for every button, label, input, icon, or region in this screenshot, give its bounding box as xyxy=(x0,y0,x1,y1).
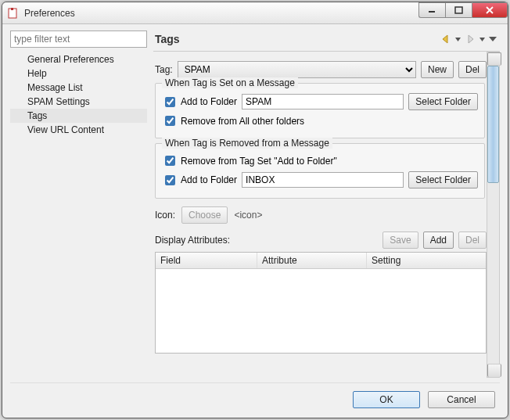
back-button[interactable] xyxy=(439,32,453,46)
scroll-track[interactable] xyxy=(487,183,499,364)
svg-rect-3 xyxy=(455,7,462,13)
icon-label: Icon: xyxy=(155,210,175,221)
set-select-folder-button[interactable]: Select Folder xyxy=(408,93,478,110)
attrs-table[interactable]: Field Attribute Setting xyxy=(155,252,487,354)
group-tag-removed-legend: When Tag is Removed from a Message xyxy=(162,138,332,149)
nav-item-help[interactable]: Help xyxy=(10,66,147,81)
rem-add-folder-checkbox[interactable] xyxy=(165,175,175,185)
close-button[interactable] xyxy=(472,2,508,18)
col-setting[interactable]: Setting xyxy=(367,253,486,268)
svg-rect-2 xyxy=(429,11,435,13)
nav-item-spam-settings[interactable]: SPAM Settings xyxy=(10,95,147,109)
tag-combo[interactable]: SPAM xyxy=(178,61,416,78)
nav-tree: General Preferences Help Message List SP… xyxy=(10,48,147,378)
attrs-save-button[interactable]: Save xyxy=(382,232,418,249)
set-remove-all-check[interactable]: Remove from All other folders xyxy=(162,113,304,128)
delete-tag-button[interactable]: Del xyxy=(458,61,487,78)
nav-item-tags[interactable]: Tags xyxy=(10,109,147,123)
svg-rect-1 xyxy=(11,8,13,10)
tag-label: Tag: xyxy=(155,64,173,75)
dialog-footer: OK Cancel xyxy=(10,382,500,410)
attrs-del-button[interactable]: Del xyxy=(458,232,487,249)
vertical-scrollbar[interactable] xyxy=(487,52,500,378)
icon-hint: <icon> xyxy=(234,210,262,221)
set-add-folder-check[interactable]: Add to Folder xyxy=(162,95,237,109)
col-field[interactable]: Field xyxy=(156,253,257,268)
back-dropdown[interactable] xyxy=(454,32,462,46)
window-title: Preferences xyxy=(24,8,418,19)
set-remove-all-checkbox[interactable] xyxy=(165,116,175,126)
scroll-thumb[interactable] xyxy=(487,66,499,183)
forward-dropdown[interactable] xyxy=(479,32,486,46)
group-tag-removed: When Tag is Removed from a Message Remov… xyxy=(155,143,485,199)
rem-select-folder-button[interactable]: Select Folder xyxy=(408,171,478,188)
choose-icon-button[interactable]: Choose xyxy=(181,206,228,224)
page-panel: Tags Tag: SPAM xyxy=(153,31,500,378)
titlebar[interactable]: Preferences xyxy=(2,2,508,24)
cancel-button[interactable]: Cancel xyxy=(428,391,495,408)
preferences-window: Preferences General Preferences Help Mes… xyxy=(2,2,508,418)
maximize-button[interactable] xyxy=(445,2,472,18)
ok-button[interactable]: OK xyxy=(353,391,420,408)
rem-add-folder-check[interactable]: Add to Folder xyxy=(162,173,237,188)
content-area: General Preferences Help Message List SP… xyxy=(2,24,508,418)
group-tag-set: When Tag is Set on a Message Add to Fold… xyxy=(155,83,485,138)
set-add-folder-input[interactable] xyxy=(242,94,404,109)
display-attrs-label: Display Attributes: xyxy=(155,235,230,246)
page-menu[interactable] xyxy=(487,32,498,46)
app-icon xyxy=(7,7,20,20)
minimize-button[interactable] xyxy=(418,2,445,18)
col-attribute[interactable]: Attribute xyxy=(257,253,367,268)
rem-remove-tagset-checkbox[interactable] xyxy=(165,156,175,166)
scroll-down-button[interactable] xyxy=(487,364,501,377)
set-add-folder-checkbox[interactable] xyxy=(165,97,175,107)
attrs-add-button[interactable]: Add xyxy=(423,232,454,249)
scroll-up-button[interactable] xyxy=(487,52,501,66)
rem-remove-tagset-check[interactable]: Remove from Tag Set "Add to Folder" xyxy=(162,153,337,168)
page-heading: Tags xyxy=(155,33,180,45)
nav-item-message-list[interactable]: Message List xyxy=(10,81,147,95)
history-nav xyxy=(439,32,498,46)
sidebar: General Preferences Help Message List SP… xyxy=(10,31,147,378)
nav-item-general[interactable]: General Preferences xyxy=(10,52,147,66)
rem-add-folder-input[interactable] xyxy=(242,172,404,188)
new-tag-button[interactable]: New xyxy=(421,61,454,78)
window-controls xyxy=(418,2,508,23)
nav-item-view-url[interactable]: View URL Content xyxy=(10,123,147,137)
filter-input[interactable] xyxy=(10,31,147,48)
forward-button[interactable] xyxy=(463,32,477,46)
group-tag-set-legend: When Tag is Set on a Message xyxy=(162,77,298,88)
